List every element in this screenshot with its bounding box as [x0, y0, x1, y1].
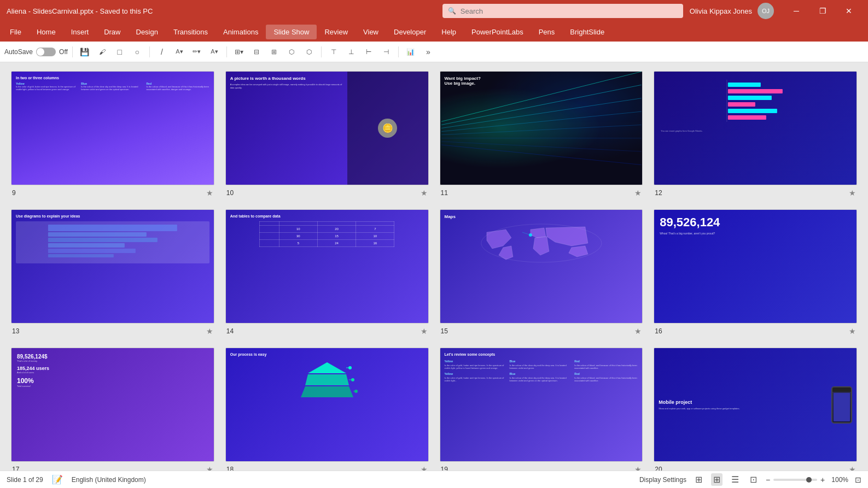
slides-row-3: 89,526,124$ That's a lot of money 185,24…	[11, 348, 857, 471]
svg-marker-25	[305, 374, 349, 385]
autosave-toggle: AutoSave Off	[4, 48, 68, 56]
menu-draw[interactable]: Draw	[96, 25, 128, 39]
svg-line-0	[441, 98, 641, 128]
slide-star-10[interactable]: ★	[421, 189, 428, 197]
menu-view[interactable]: View	[356, 25, 386, 39]
notes-icon[interactable]: 📝	[52, 474, 63, 485]
autosave-switch[interactable]	[36, 48, 56, 56]
menu-file[interactable]: File	[2, 25, 29, 39]
menu-bar: File Home Insert Draw Design Transitions…	[0, 22, 868, 42]
search-input[interactable]	[461, 7, 678, 15]
ungroup-button[interactable]: ⊞	[266, 45, 282, 59]
slide-thumb-9[interactable]: In two or three columns Yellow Is the co…	[11, 71, 214, 185]
slide-star-20[interactable]: ★	[849, 465, 856, 471]
slide-star-9[interactable]: ★	[206, 189, 213, 197]
slide-star-14[interactable]: ★	[421, 327, 428, 336]
format-painter-button[interactable]: 🖌	[95, 45, 110, 59]
toolbar-divider-4	[321, 46, 322, 57]
slide-meta-14: 14 ★	[225, 326, 429, 337]
svg-line-2	[441, 125, 641, 134]
slide-thumb-14[interactable]: And tables to compare data 10	[225, 209, 429, 324]
menu-pens[interactable]: Pens	[531, 25, 563, 39]
toolbar-divider-5	[398, 46, 399, 57]
menu-developer[interactable]: Developer	[386, 25, 434, 39]
slide-num-13: 13	[12, 327, 19, 335]
slide-num-17: 17	[12, 466, 19, 471]
forward-button[interactable]: ⬡	[284, 45, 299, 59]
more-button[interactable]: »	[421, 45, 436, 59]
slide-star-15[interactable]: ★	[634, 327, 642, 336]
menu-transitions[interactable]: Transitions	[166, 25, 215, 39]
search-box[interactable]: 🔍	[442, 4, 683, 18]
svg-rect-16	[48, 232, 147, 237]
menu-design[interactable]: Design	[129, 25, 166, 39]
oval-button[interactable]: ○	[130, 45, 145, 59]
slide-thumb-10[interactable]: A picture is worth a thousand words A co…	[225, 71, 429, 185]
menu-home[interactable]: Home	[29, 25, 63, 39]
menu-help[interactable]: Help	[434, 25, 464, 39]
arrange-button[interactable]: ⊞▾	[231, 45, 247, 59]
slide-thumb-17[interactable]: 89,526,124$ That's a lot of money 185,24…	[11, 348, 214, 462]
slide-thumb-20[interactable]: Mobile project Show and explain your web…	[654, 348, 857, 462]
minimize-button[interactable]: ─	[784, 3, 809, 19]
slide-num-12: 12	[655, 189, 662, 197]
slide-thumb-13[interactable]: Use diagrams to explain your ideas	[11, 209, 214, 324]
slide-star-13[interactable]: ★	[206, 327, 213, 336]
zoom-thumb	[806, 477, 812, 483]
fill-color-button[interactable]: A▾	[172, 45, 187, 59]
menu-review[interactable]: Review	[317, 25, 356, 39]
slide-item-15: Maps	[440, 209, 643, 337]
slide-thumb-19[interactable]: Let's review some concepts Yellow Is the…	[440, 348, 643, 462]
autosave-state: Off	[59, 48, 68, 56]
menu-slideshow[interactable]: Slide Show	[266, 25, 317, 39]
zoom-in-btn[interactable]: +	[820, 475, 825, 484]
menu-brightslide[interactable]: BrightSlide	[562, 25, 612, 39]
slide-star-17[interactable]: ★	[206, 465, 213, 471]
restore-button[interactable]: ❐	[810, 3, 835, 19]
slide-star-12[interactable]: ★	[849, 189, 856, 197]
slide-star-11[interactable]: ★	[634, 189, 642, 197]
slide-thumb-18[interactable]: Our process is easy	[225, 348, 429, 462]
slide-num-19: 19	[441, 466, 448, 471]
line-button[interactable]: /	[154, 45, 170, 59]
menu-insert[interactable]: Insert	[63, 25, 97, 39]
fit-btn[interactable]: ⊡	[855, 475, 861, 484]
slides-row-2: Use diagrams to explain your ideas	[11, 209, 857, 337]
slide-thumb-11[interactable]: Want big impact?Use big image.	[440, 71, 643, 185]
svg-line-7	[441, 145, 641, 165]
zoom-slider[interactable]	[773, 479, 817, 481]
display-settings[interactable]: Display Settings	[639, 476, 686, 484]
autosave-label: AutoSave	[4, 48, 33, 56]
presenter-view-btn[interactable]: ⊡	[748, 473, 759, 486]
slide-meta-18: 18 ★	[225, 464, 429, 471]
border-color-button[interactable]: ✏▾	[189, 45, 205, 59]
menu-powerpointlabs[interactable]: PowerPointLabs	[464, 25, 531, 39]
zoom-out-btn[interactable]: −	[766, 475, 770, 484]
back-button[interactable]: ⬡	[301, 45, 317, 59]
slide-star-16[interactable]: ★	[849, 327, 856, 336]
group-button[interactable]: ⊟	[249, 45, 264, 59]
chart-button[interactable]: 📊	[403, 45, 418, 59]
align-middle-button[interactable]: ⊥	[343, 45, 359, 59]
square-button[interactable]: □	[112, 45, 127, 59]
slide-thumb-15[interactable]: Maps	[440, 209, 643, 324]
slide-thumb-12[interactable]: You can insert graphs from Google Sheets…	[654, 71, 857, 185]
align-top-button[interactable]: ⊤	[326, 45, 341, 59]
slide-star-18[interactable]: ★	[421, 465, 428, 471]
menu-animations[interactable]: Animations	[215, 25, 266, 39]
align-right-button[interactable]: ⊣	[378, 45, 394, 59]
font-color-button[interactable]: A▾	[207, 45, 222, 59]
slide-item-10: A picture is worth a thousand words A co…	[225, 71, 429, 198]
slide-meta-20: 20 ★	[654, 464, 857, 471]
align-left-button[interactable]: ⊢	[361, 45, 376, 59]
outline-view-btn[interactable]: ☰	[729, 473, 741, 486]
save-button[interactable]: 💾	[77, 45, 92, 59]
svg-rect-11	[728, 102, 755, 107]
normal-view-btn[interactable]: ⊞	[693, 473, 704, 486]
slide-item-19: Let's review some concepts Yellow Is the…	[440, 348, 643, 471]
slide-thumb-16[interactable]: 89,526,124 Whoa! That's a big number, ar…	[654, 209, 857, 324]
close-button[interactable]: ✕	[836, 3, 861, 19]
slide-star-19[interactable]: ★	[634, 465, 642, 471]
grid-view-btn[interactable]: ⊞	[711, 473, 723, 486]
slide-meta-17: 17 ★	[11, 464, 214, 471]
